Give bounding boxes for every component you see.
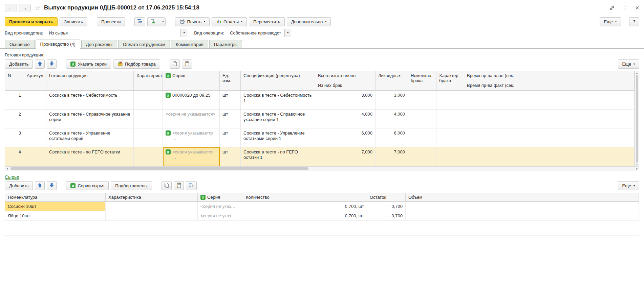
cell-series[interactable]: # <серия указывается ... — [163, 128, 220, 147]
help-button[interactable]: ? — [629, 17, 639, 26]
cell-nomenclature-selected[interactable]: Сосиски 10шт — [5, 202, 106, 211]
cell-spec[interactable]: Сосиска в тесте - по FEFO остатки 1 — [241, 147, 315, 166]
cell-defect-kind[interactable] — [436, 91, 464, 110]
cell-nomenclature[interactable]: Яйца 10шт — [5, 211, 106, 221]
cell-total-made[interactable]: 6,000 — [315, 128, 375, 147]
cell-characteristic[interactable] — [134, 91, 163, 110]
tab-main[interactable]: Основное — [5, 40, 35, 49]
cell-defect-nomenclature[interactable] — [408, 110, 436, 128]
tab-parameters[interactable]: Параметры — [209, 40, 242, 49]
close-icon[interactable]: × — [635, 4, 639, 11]
get-link-icon[interactable] — [609, 5, 615, 11]
cell-total-made[interactable]: 7,000 — [315, 147, 375, 166]
cell-n[interactable]: 1 — [5, 91, 24, 110]
cell-volume[interactable] — [406, 202, 639, 211]
cell-product[interactable]: Сосиска в тесте - Себестоимость — [46, 91, 134, 110]
materials-copy-button[interactable] — [162, 181, 172, 190]
cell-defect-kind[interactable] — [436, 110, 464, 128]
table-row[interactable]: 3 Сосиска в тесте - Управление остатками… — [5, 128, 635, 147]
materials-more-button[interactable]: Еще ▾ — [618, 181, 639, 190]
reports-button[interactable]: Отчеты ▾ — [212, 17, 247, 26]
tab-extra-costs[interactable]: Доп расходы — [81, 40, 117, 49]
post-button[interactable]: Провести — [97, 17, 125, 26]
cell-characteristic[interactable] — [134, 147, 163, 166]
scroll-up-icon[interactable]: ▲ — [636, 72, 638, 74]
back-button[interactable]: ← — [5, 4, 17, 12]
scroll-left-icon[interactable]: ◀ — [6, 168, 8, 170]
cell-article[interactable] — [24, 110, 46, 128]
cell-product[interactable]: Сосиска в тесте - Справочное указание се… — [46, 110, 134, 128]
cell-production-time[interactable] — [464, 91, 635, 110]
cell-unit[interactable]: шт — [220, 147, 241, 166]
print-button[interactable]: Печать ▾ — [175, 17, 210, 26]
cell-remainder[interactable]: 0,700 — [367, 211, 406, 221]
cell-total-made[interactable]: 4,000 — [315, 110, 375, 128]
cell-characteristic[interactable] — [134, 128, 163, 147]
cell-liquid[interactable]: 7,000 — [375, 147, 408, 166]
cell-spec[interactable]: Сосиска в тесте - Управление остатками с… — [241, 128, 315, 147]
cell-series[interactable]: <серия не указывается> — [163, 110, 220, 128]
cell-product[interactable]: Сосиска в тесте - по FEFO остатки — [46, 147, 134, 166]
cell-defect-kind[interactable] — [436, 128, 464, 147]
products-move-down-button[interactable] — [47, 59, 57, 69]
cell-production-time[interactable] — [464, 147, 635, 166]
materials-add-button[interactable]: Добавить — [5, 181, 33, 190]
materials-series-button[interactable]: # Серии сырья — [66, 181, 109, 190]
write-button[interactable]: Записать — [60, 17, 87, 26]
operation-kind-combobox[interactable]: Собственное производст ▾ — [227, 29, 291, 37]
cell-production-time[interactable] — [464, 110, 635, 128]
additional-button[interactable]: Дополнительно ▾ — [287, 17, 331, 26]
table-row-selected[interactable]: 4 Сосиска в тесте - по FEFO остатки # <с… — [5, 147, 635, 166]
materials-sort-button[interactable] — [186, 181, 197, 190]
create-based-on-button[interactable]: ▾ — [147, 17, 166, 26]
cell-article[interactable] — [24, 91, 46, 110]
cell-liquid[interactable]: 3,000 — [375, 91, 408, 110]
more-menu-icon[interactable]: ⋮ — [622, 5, 628, 11]
products-move-up-button[interactable] — [35, 59, 45, 69]
cell-quantity[interactable]: 0,700, шт — [243, 211, 367, 221]
post-and-close-button[interactable]: Провести и закрыть — [5, 17, 58, 26]
products-copy-button[interactable] — [170, 59, 180, 69]
cell-unit[interactable]: шт — [220, 128, 241, 147]
cell-spec[interactable]: Сосиска в тесте - Себестоимость 1 — [241, 91, 315, 110]
tab-staff-payment[interactable]: Оплата сотрудникам — [118, 40, 170, 49]
products-pick-goods-button[interactable]: Подбор товара — [113, 59, 160, 69]
cell-characteristic[interactable] — [106, 211, 198, 221]
table-row[interactable]: 1 Сосиска в тесте - Себестоимость # 0000… — [5, 91, 635, 110]
production-kind-combobox[interactable]: Из сырья ▾ — [46, 29, 187, 37]
cell-article[interactable] — [24, 147, 46, 166]
cell-series-current[interactable]: # <серия указывается ... — [163, 147, 220, 166]
cell-remainder[interactable]: 0,700 — [367, 202, 406, 211]
cell-total-made[interactable]: 3,000 — [315, 91, 375, 110]
cell-defect-nomenclature[interactable] — [408, 91, 436, 110]
cell-liquid[interactable]: 4,000 — [375, 110, 408, 128]
cell-defect-kind[interactable] — [436, 147, 464, 166]
cell-characteristic[interactable] — [134, 110, 163, 128]
table-row[interactable]: 2 Сосиска в тесте - Справочное указание … — [5, 110, 635, 128]
cell-characteristic[interactable] — [106, 202, 198, 211]
materials-pick-replacement-button[interactable]: Подбор замены — [111, 181, 152, 190]
products-table-vertical-scrollbar[interactable]: ▲ ▼ — [635, 71, 639, 166]
materials-section-link[interactable]: Сырье — [5, 174, 19, 180]
production-kind-dropdown-button[interactable]: ▾ — [180, 29, 187, 37]
cell-n[interactable]: 3 — [5, 128, 24, 147]
products-set-series-button[interactable]: # Указать серии — [66, 59, 111, 69]
horizontal-scroll-thumb[interactable] — [10, 167, 308, 170]
cell-defect-nomenclature[interactable] — [408, 128, 436, 147]
materials-paste-button[interactable] — [174, 181, 184, 190]
cell-n[interactable]: 2 — [5, 110, 24, 128]
cell-series[interactable]: # 00000020 до 09.25 — [163, 91, 220, 110]
tab-production[interactable]: Производство (4) — [36, 40, 80, 49]
cell-unit[interactable]: шт — [220, 91, 241, 110]
more-button[interactable]: Еще ▾ — [600, 17, 621, 26]
cell-article[interactable] — [24, 128, 46, 147]
materials-move-up-button[interactable] — [35, 181, 45, 190]
products-add-button[interactable]: Добавить — [5, 59, 33, 69]
create-based-on-dropdown[interactable]: ▾ — [160, 18, 165, 26]
tab-comment[interactable]: Комментарий — [171, 40, 208, 49]
cell-series[interactable]: <серия не указ… — [198, 211, 243, 221]
move-button[interactable]: Переместить — [249, 17, 285, 26]
cell-liquid[interactable]: 6,000 — [375, 128, 408, 147]
favorite-star-icon[interactable]: ☆ — [35, 4, 41, 12]
scroll-right-icon[interactable]: ▶ — [636, 168, 638, 170]
